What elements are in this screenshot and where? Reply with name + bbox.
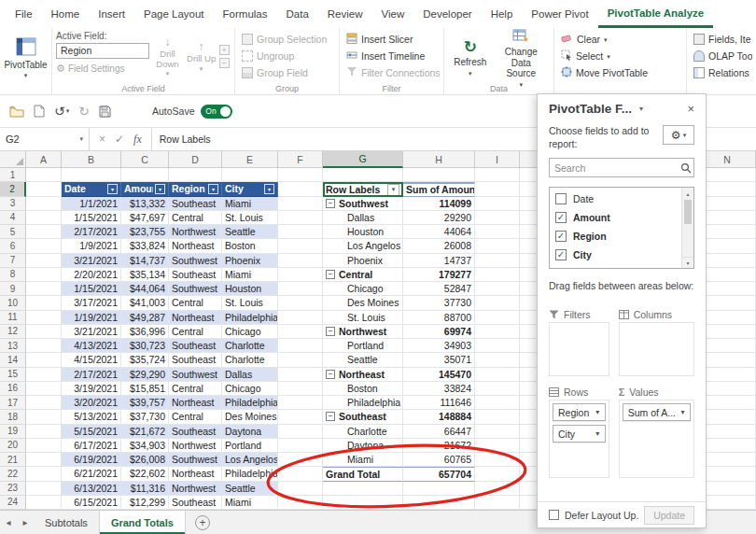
cell-E16[interactable]: Chicago [222,382,278,396]
cell-A8[interactable] [26,268,62,282]
save-icon[interactable] [99,105,111,118]
cell-G8[interactable]: −Central [323,268,403,282]
cell-F20[interactable] [278,439,323,453]
checkbox-region[interactable]: ✓ [555,231,567,242]
cell-A24[interactable] [26,496,62,510]
cell-D24[interactable]: Southeast [169,496,222,510]
cell-C20[interactable]: $34,903 [121,439,169,453]
cell-E18[interactable]: Des Moines [222,410,278,424]
cell-B4[interactable]: 1/15/2021 [62,211,121,225]
active-field-value[interactable]: Region [56,43,149,59]
cell-N12[interactable] [699,325,756,339]
ribbon-tab-formulas[interactable]: Formulas [214,0,277,28]
cell-E4[interactable]: St. Louis [222,211,278,225]
cell-I11[interactable] [475,311,520,325]
cell-E6[interactable]: Boston [222,239,278,253]
cell-E5[interactable]: Seattle [222,225,278,239]
cell-B8[interactable]: 2/20/2021 [62,268,121,282]
cell-N22[interactable] [699,467,756,481]
redo-icon[interactable]: ↻ [78,104,90,119]
select-all-corner[interactable] [0,151,26,168]
cell-A18[interactable] [26,410,62,424]
cell-F2[interactable] [278,182,323,196]
search-input[interactable] [550,162,680,174]
cell-D19[interactable]: Southeast [169,425,222,439]
cell-G24[interactable] [323,496,403,510]
col-header-N[interactable]: N [699,151,756,168]
cell-F23[interactable] [278,482,323,496]
ribbon-tab-review[interactable]: Review [318,0,372,28]
row-header-11[interactable]: 11 [0,311,26,325]
cell-E14[interactable]: Charlotte [222,353,278,367]
row-header-14[interactable]: 14 [0,353,26,367]
ribbon-tab-help[interactable]: Help [482,0,523,28]
cell-H18[interactable]: 148884 [403,410,475,424]
ribbon-tab-view[interactable]: View [372,0,414,28]
row-header-5[interactable]: 5 [0,225,26,239]
autosave-toggle[interactable]: On [201,105,232,119]
clear-button[interactable]: Clear ▾ [558,31,682,48]
cell-C23[interactable]: $11,316 [121,482,169,496]
cell-E20[interactable]: Portland [222,439,278,453]
cell-B6[interactable]: 1/9/2021 [62,239,121,253]
checkbox-city[interactable]: ✓ [555,249,567,260]
cell-C21[interactable]: $26,008 [121,453,169,467]
cell-D1[interactable] [169,168,222,182]
cell-F10[interactable] [278,296,323,310]
cell-D21[interactable]: Southwest [169,453,222,467]
cell-I19[interactable] [475,425,520,439]
collapse-icon[interactable]: − [326,370,335,379]
cell-E15[interactable]: Dallas [222,368,278,382]
cell-H19[interactable]: 66447 [403,425,475,439]
row-header-9[interactable]: 9 [0,282,26,296]
cell-D15[interactable]: Southwest [169,368,222,382]
defer-layout-checkbox[interactable] [549,510,559,520]
row-header-16[interactable]: 16 [0,382,26,396]
cell-H22[interactable]: 657704 [403,467,475,481]
cell-E24[interactable]: Miami [222,496,278,510]
row-labels-filter-icon[interactable]: ▾ [387,184,399,196]
cancel-icon[interactable]: × [99,133,105,146]
sheet-tab-subtotals[interactable]: Subtotals [34,511,100,534]
cell-E12[interactable]: Chicago [222,325,278,339]
cell-E17[interactable]: Philadelphia [222,396,278,410]
cell-B3[interactable]: 1/1/2021 [62,197,121,211]
rows-zone[interactable]: Region▾City▾ [549,400,609,478]
field-item-city[interactable]: ✓City [555,246,680,264]
name-box[interactable]: G2 ▾ [0,128,90,150]
insert-timeline-button[interactable]: Insert Timeline [343,48,440,64]
row-header-4[interactable]: 4 [0,211,26,225]
cell-F1[interactable] [278,168,323,182]
cell-C18[interactable]: $37,730 [121,410,169,424]
cell-A11[interactable] [26,311,62,325]
sheet-nav-right-icon[interactable]: ▸ [17,511,34,534]
cell-F24[interactable] [278,496,323,510]
cell-G3[interactable]: −Southwest [323,197,403,211]
cell-I4[interactable] [475,211,520,225]
fx-icon[interactable]: fx [133,133,142,147]
cell-N20[interactable] [699,439,756,453]
cell-G1[interactable] [323,168,403,182]
cell-A20[interactable] [26,439,62,453]
cell-A6[interactable] [26,239,62,253]
cell-F9[interactable] [278,282,323,296]
cell-F11[interactable] [278,311,323,325]
cell-G7[interactable]: Phoenix [323,254,403,268]
cell-N8[interactable] [699,268,756,282]
cell-A17[interactable] [26,396,62,410]
cell-D6[interactable]: Northeast [169,239,222,253]
cell-B24[interactable]: 6/15/2021 [62,496,121,510]
cell-E23[interactable]: Seattle [222,482,278,496]
pivottable-button[interactable]: PivotTable ▾ [4,31,48,85]
cell-H12[interactable]: 69974 [403,325,475,339]
cell-H11[interactable]: 88700 [403,311,475,325]
cell-E2[interactable]: City▾ [222,182,278,196]
cell-N24[interactable] [699,496,756,510]
cell-A14[interactable] [26,353,62,367]
cell-F19[interactable] [278,425,323,439]
cell-G23[interactable] [323,482,403,496]
ribbon-tab-power-pivot[interactable]: Power Pivot [522,0,597,28]
cell-C13[interactable]: $30,723 [121,339,169,353]
cell-C24[interactable]: $12,299 [121,496,169,510]
cell-B15[interactable]: 2/17/2021 [62,368,121,382]
